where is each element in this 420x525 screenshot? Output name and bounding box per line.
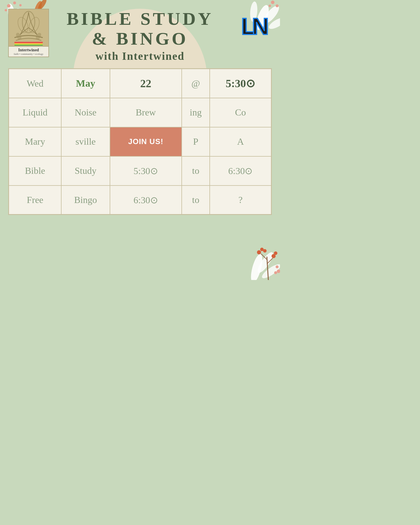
bingo-cell: Wed: [9, 69, 62, 98]
bingo-row: MarysvilleJOIN US!PA: [9, 127, 272, 156]
bingo-cell: Bible: [9, 156, 62, 186]
bingo-cell: to: [182, 156, 210, 186]
bingo-cell: A: [210, 127, 272, 156]
logo-text-container: Intertwined faith • community • ecology: [8, 47, 49, 57]
bingo-cell: Free: [9, 186, 62, 215]
bingo-cell: Bingo: [61, 186, 110, 215]
ln-logo: L N: [240, 9, 272, 41]
title-line2: & BINGO: [66, 29, 213, 48]
bingo-cell: sville: [61, 127, 110, 156]
bingo-container: WedMay22@5:30⊙LiquidNoiseBrewingCoMarysv…: [0, 68, 280, 215]
bingo-cell: Noise: [61, 98, 110, 127]
svg-text:N: N: [252, 13, 269, 39]
bingo-cell: P: [182, 127, 210, 156]
bingo-cell: @: [182, 69, 210, 98]
title-section: BIBLE STUDY & BINGO with Intertwined: [66, 9, 213, 62]
bingo-row: FreeBingo6:30⊙to?: [9, 186, 272, 215]
bingo-cell: May: [61, 69, 110, 98]
bingo-cell: to: [182, 186, 210, 215]
logo-image-box: [8, 9, 49, 47]
svg-rect-39: [15, 44, 43, 45]
bingo-cell: Brew: [110, 98, 182, 127]
bingo-cell: 5:30⊙: [210, 69, 272, 98]
svg-rect-38: [15, 43, 43, 44]
bingo-cell: Co: [210, 98, 272, 127]
logo-leaf-svg: [9, 9, 48, 46]
logo-tagline: faith • community • ecology: [10, 52, 47, 55]
title-line3: with Intertwined: [66, 50, 213, 62]
intertwined-logo: Intertwined faith • community • ecology: [8, 9, 49, 57]
svg-point-27: [274, 251, 277, 255]
bingo-cell: 6:30⊙: [210, 156, 272, 186]
svg-point-30: [274, 271, 277, 274]
title-line1: BIBLE STUDY: [66, 9, 213, 29]
logo-brand-name: Intertwined: [10, 48, 47, 52]
deco-bottom-right-leaves: [222, 222, 280, 280]
bingo-row: BibleStudy5:30⊙to6:30⊙: [9, 156, 272, 186]
bingo-cell: 5:30⊙: [110, 156, 182, 186]
bingo-cell: 22: [110, 69, 182, 98]
bingo-cell: Liquid: [9, 98, 62, 127]
bingo-cell: ?: [210, 186, 272, 215]
bingo-table: WedMay22@5:30⊙LiquidNoiseBrewingCoMarysv…: [8, 68, 272, 215]
bingo-cell: Mary: [9, 127, 62, 156]
bingo-row: LiquidNoiseBrewingCo: [9, 98, 272, 127]
bingo-cell: Study: [61, 156, 110, 186]
svg-rect-37: [15, 42, 43, 43]
svg-point-28: [276, 265, 279, 268]
bingo-cell: 6:30⊙: [110, 186, 182, 215]
svg-rect-40: [15, 45, 43, 46]
svg-point-25: [263, 249, 267, 253]
bingo-cell: JOIN US!: [110, 127, 182, 156]
svg-point-23: [257, 250, 261, 254]
bingo-row: WedMay22@5:30⊙: [9, 69, 272, 98]
bingo-cell: ing: [182, 98, 210, 127]
